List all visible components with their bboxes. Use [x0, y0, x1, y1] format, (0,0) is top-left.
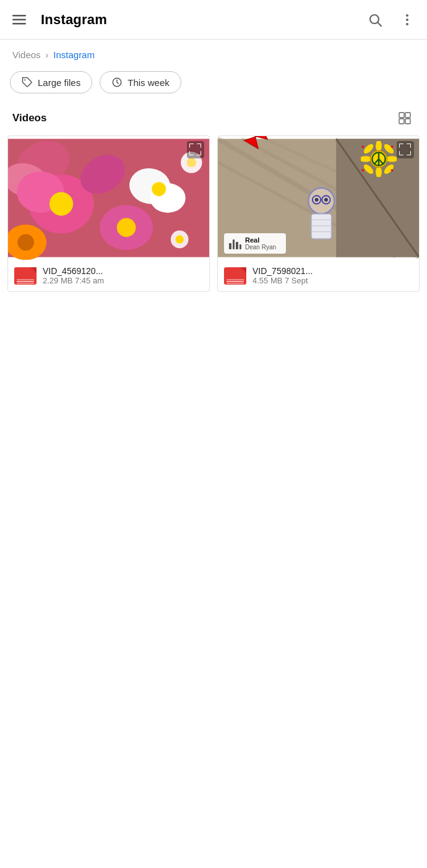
svg-point-6 — [406, 19, 408, 21]
svg-point-29 — [187, 158, 196, 167]
video-details-1: 2.29 MB 7:45 am — [43, 276, 104, 285]
music-bars-icon — [229, 238, 241, 249]
video-file-icon-1 — [14, 267, 37, 285]
svg-rect-10 — [399, 113, 404, 118]
header-actions — [365, 10, 417, 30]
video-details-2: 4.55 MB 7 Sept — [252, 276, 313, 285]
svg-point-27 — [117, 218, 136, 238]
expand-dot — [407, 144, 411, 148]
filter-chips: Large files This week — [0, 65, 427, 103]
svg-point-19 — [50, 192, 73, 215]
clock-icon — [111, 77, 123, 88]
svg-rect-1 — [12, 19, 26, 20]
svg-point-24 — [17, 234, 34, 251]
svg-rect-12 — [399, 119, 404, 124]
video-info-2: VID_7598021... 4.55 MB 7 Sept — [218, 260, 419, 291]
svg-rect-11 — [405, 113, 410, 118]
svg-text:♥: ♥ — [390, 144, 394, 150]
svg-rect-46 — [311, 214, 332, 239]
svg-rect-13 — [405, 119, 410, 124]
svg-point-44 — [315, 198, 319, 202]
expand-dot — [197, 151, 201, 155]
video-name-2: VID_7598021... — [252, 266, 313, 276]
svg-text:♥: ♥ — [390, 168, 394, 173]
svg-point-22 — [152, 182, 166, 196]
video-grid: VID_4569120... 2.29 MB 7:45 am — [0, 135, 427, 292]
menu-button[interactable] — [10, 12, 28, 27]
svg-point-45 — [324, 198, 328, 202]
expand-dot — [399, 151, 403, 155]
video-card-2[interactable]: ♥ ♥ ♥ ♥ Real Dean Ryan — [217, 135, 420, 292]
search-button[interactable] — [365, 10, 385, 30]
svg-text:♥: ♥ — [361, 144, 364, 150]
video-thumbnail-2: ♥ ♥ ♥ ♥ Real Dean Ryan — [218, 136, 419, 260]
music-artist: Dean Ryan — [245, 244, 276, 251]
svg-text:♥: ♥ — [361, 168, 364, 173]
video-name-1: VID_4569120... — [43, 266, 104, 276]
svg-rect-2 — [12, 23, 26, 25]
search-icon — [368, 12, 382, 27]
list-view-button[interactable] — [395, 108, 415, 128]
video-card-1[interactable]: VID_4569120... 2.29 MB 7:45 am — [7, 135, 210, 292]
svg-point-31 — [176, 235, 184, 243]
breadcrumb-chevron-icon: › — [46, 50, 49, 60]
breadcrumb: Videos › Instagram — [0, 40, 427, 65]
svg-line-4 — [378, 22, 382, 26]
video-thumbnail-1 — [8, 136, 209, 260]
section-title: Videos — [12, 112, 46, 124]
tag-icon — [22, 77, 33, 88]
expand-icon-2[interactable] — [397, 141, 414, 158]
video-file-icon-2 — [224, 267, 246, 285]
expand-dot — [399, 144, 403, 148]
app-header: Instagram — [0, 0, 427, 40]
svg-point-8 — [24, 79, 25, 80]
video-info-1: VID_4569120... 2.29 MB 7:45 am — [8, 260, 209, 291]
expand-dot — [189, 151, 194, 155]
video-meta-1: VID_4569120... 2.29 MB 7:45 am — [43, 266, 104, 285]
more-options-button[interactable] — [397, 10, 417, 30]
chip-large-files-label: Large files — [38, 77, 80, 88]
list-view-icon — [397, 111, 412, 126]
more-vertical-icon — [400, 12, 415, 27]
music-info: Real Dean Ryan — [245, 236, 276, 251]
breadcrumb-current: Instagram — [53, 49, 95, 60]
svg-point-7 — [406, 23, 408, 25]
section-header: Videos — [0, 103, 427, 135]
video-meta-2: VID_7598021... 4.55 MB 7 Sept — [252, 266, 313, 285]
expand-dot — [197, 144, 201, 148]
app-title: Instagram — [41, 12, 365, 28]
chip-large-files[interactable]: Large files — [10, 71, 92, 93]
chip-this-week-label: This week — [127, 77, 170, 88]
expand-icon-1[interactable] — [187, 141, 204, 158]
breadcrumb-parent[interactable]: Videos — [12, 49, 41, 60]
music-overlay: Real Dean Ryan — [224, 233, 286, 254]
peace-sunflower-icon: ♥ ♥ ♥ ♥ — [361, 141, 397, 177]
chip-this-week[interactable]: This week — [100, 71, 181, 93]
svg-point-5 — [406, 14, 408, 17]
expand-dot — [189, 144, 194, 148]
music-title: Real — [245, 236, 276, 244]
expand-dot — [407, 151, 411, 155]
svg-rect-0 — [12, 15, 26, 17]
